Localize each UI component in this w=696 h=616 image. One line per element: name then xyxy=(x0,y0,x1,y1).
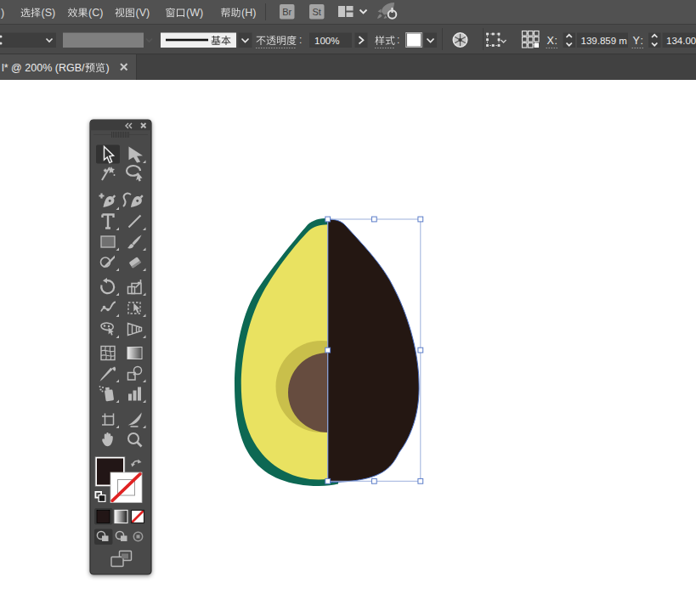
svg-text:(H): (H) xyxy=(241,7,256,19)
svg-text:(V): (V) xyxy=(136,7,150,19)
svg-text:X: X xyxy=(547,35,555,47)
svg-text:): ) xyxy=(106,62,110,74)
svg-text::: : xyxy=(397,34,399,46)
svg-text:St: St xyxy=(312,7,320,17)
svg-text::: : xyxy=(299,34,302,46)
svg-text:100%: 100% xyxy=(314,36,339,46)
svg-text::: : xyxy=(641,35,643,47)
svg-text::: : xyxy=(555,35,557,47)
svg-text:134.00: 134.00 xyxy=(666,36,696,46)
svg-text:): ) xyxy=(1,7,4,19)
svg-text:Br: Br xyxy=(282,7,291,17)
svg-text:(C): (C) xyxy=(88,7,103,19)
svg-text:Y: Y xyxy=(633,35,641,47)
svg-text:139.859 m: 139.859 m xyxy=(581,36,627,46)
svg-text:(W): (W) xyxy=(186,7,203,19)
svg-text:l* @ 200% (RGB/: l* @ 200% (RGB/ xyxy=(2,62,85,74)
svg-text:(S): (S) xyxy=(42,7,56,19)
